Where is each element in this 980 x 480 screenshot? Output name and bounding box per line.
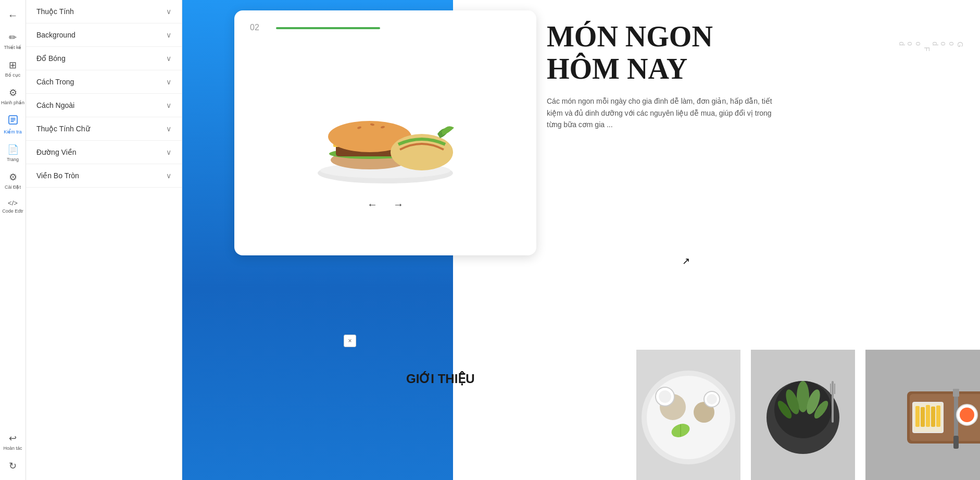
bottom-photo-2 bbox=[751, 350, 865, 480]
toolbar-bottom: ↩ Hoàn tác ↻ bbox=[2, 429, 24, 475]
preview-card[interactable]: 02 bbox=[234, 10, 536, 255]
code-edtr-label: Code Edtr bbox=[2, 208, 23, 214]
svg-rect-42 bbox=[926, 405, 930, 427]
sidebar-item-cach-trong[interactable]: Cách Trong ∨ bbox=[26, 70, 182, 94]
bottom-photo-1 bbox=[636, 350, 751, 480]
svg-point-14 bbox=[647, 376, 730, 459]
preview-title-line2: HÔM NAY bbox=[547, 53, 776, 85]
svg-rect-40 bbox=[915, 406, 920, 427]
preview-title: MÓN NGON HÔM NAY bbox=[547, 21, 776, 85]
slide-line bbox=[276, 27, 380, 29]
bo-cuc-icon: ⊞ bbox=[9, 59, 17, 71]
cach-trong-label: Cách Trong bbox=[36, 78, 74, 86]
preview-right-content: MÓN NGON HÔM NAY Các món ngon mỗi ngày c… bbox=[547, 21, 776, 130]
hanh-phan-icon: ⚙ bbox=[9, 87, 17, 99]
sidebar-item-background[interactable]: Background ∨ bbox=[26, 23, 182, 47]
preview-area: 02 bbox=[182, 0, 980, 480]
toolbar-item-refresh[interactable]: ↻ bbox=[2, 457, 24, 475]
duong-vien-label: Đường Viền bbox=[36, 148, 77, 156]
sidebar-item-vien-bo-tron[interactable]: Viền Bo Tròn ∨ bbox=[26, 164, 182, 188]
svg-rect-47 bbox=[953, 436, 959, 449]
back-button[interactable]: ← bbox=[4, 5, 22, 26]
food-image bbox=[312, 77, 458, 186]
nav-arrows: ← → bbox=[367, 199, 404, 211]
do-bong-label: Đổ Bóng bbox=[36, 54, 66, 63]
svg-point-49 bbox=[960, 408, 974, 422]
refresh-icon: ↻ bbox=[9, 460, 17, 472]
cai-dat-icon: ⚙ bbox=[9, 171, 17, 183]
svg-rect-43 bbox=[931, 407, 935, 427]
cursor-indicator: ↗ bbox=[682, 255, 690, 267]
slide-number: 02 bbox=[250, 23, 259, 32]
toolbar-item-thiet-ke[interactable]: ✏ Thiết kế bbox=[2, 29, 24, 53]
nav-prev-arrow[interactable]: ← bbox=[367, 199, 378, 211]
x-close-button[interactable]: × bbox=[344, 335, 356, 347]
toolbar-item-trang[interactable]: 📄 Trang bbox=[2, 141, 24, 165]
sidebar-panel: Thuộc Tính ∨ Background ∨ Đổ Bóng ∨ Cách… bbox=[26, 0, 182, 480]
sidebar-item-duong-vien[interactable]: Đường Viền ∨ bbox=[26, 141, 182, 164]
svg-point-22 bbox=[707, 394, 717, 404]
nav-next-arrow[interactable]: → bbox=[393, 199, 404, 211]
thiet-ke-icon: ✏ bbox=[9, 32, 17, 43]
svg-rect-41 bbox=[921, 407, 925, 427]
vien-bo-tron-chevron: ∨ bbox=[166, 171, 171, 180]
vertical-decorative-text: G o o d F o o d bbox=[898, 42, 964, 53]
sidebar-item-thuoc-tinh[interactable]: Thuộc Tính ∨ bbox=[26, 0, 182, 23]
toolbar-item-cai-dat[interactable]: ⚙ Cài Đặt bbox=[2, 168, 24, 193]
preview-title-line1: MÓN NGON bbox=[547, 21, 776, 53]
svg-point-20 bbox=[659, 390, 671, 403]
svg-rect-46 bbox=[953, 389, 959, 397]
svg-rect-44 bbox=[936, 405, 940, 427]
background-chevron: ∨ bbox=[166, 31, 171, 39]
bottom-photo-3 bbox=[865, 350, 980, 480]
sidebar-item-do-bong[interactable]: Đổ Bóng ∨ bbox=[26, 47, 182, 70]
background-label: Background bbox=[36, 31, 76, 39]
hoan-tac-icon: ↩ bbox=[9, 433, 17, 444]
hanh-phan-label: Hành phần bbox=[1, 100, 24, 105]
kiem-tra-icon bbox=[8, 115, 18, 128]
trang-label: Trang bbox=[7, 157, 19, 162]
cach-ngoai-chevron: ∨ bbox=[166, 101, 171, 109]
cach-ngoai-label: Cách Ngoài bbox=[36, 101, 74, 109]
thuoc-tinh-chu-chevron: ∨ bbox=[166, 125, 171, 133]
duong-vien-chevron: ∨ bbox=[166, 148, 171, 156]
cai-dat-label: Cài Đặt bbox=[5, 184, 21, 190]
thiet-ke-label: Thiết kế bbox=[4, 45, 21, 50]
preview-description: Các món ngon mỗi ngày cho gia đình dễ là… bbox=[547, 95, 776, 130]
toolbar-item-hanh-phan[interactable]: ⚙ Hành phần bbox=[2, 84, 24, 108]
bottom-photos bbox=[636, 350, 980, 480]
thuoc-tinh-label: Thuộc Tính bbox=[36, 7, 74, 16]
toolbar-item-hoan-tac[interactable]: ↩ Hoàn tác bbox=[2, 429, 24, 454]
toolbar-item-bo-cuc[interactable]: ⊞ Bố cục bbox=[2, 56, 24, 81]
thuoc-tinh-chevron: ∨ bbox=[166, 7, 171, 16]
cach-trong-chevron: ∨ bbox=[166, 78, 171, 86]
toolbar-item-kiem-tra[interactable]: Kiểm tra bbox=[2, 112, 24, 138]
thuoc-tinh-chu-label: Thuộc Tính Chữ bbox=[36, 125, 90, 133]
kiem-tra-label: Kiểm tra bbox=[4, 129, 22, 134]
gioi-thieu-heading: GIỚI THIỆU bbox=[406, 372, 475, 386]
vien-bo-tron-label: Viền Bo Tròn bbox=[36, 171, 79, 180]
left-toolbar: ← ✏ Thiết kế ⊞ Bố cục ⚙ Hành phần Kiểm t… bbox=[0, 0, 26, 480]
bo-cuc-label: Bố cục bbox=[5, 72, 21, 78]
hoan-tac-label: Hoàn tác bbox=[3, 446, 22, 451]
toolbar-item-code-edtr[interactable]: </> Code Edtr bbox=[2, 196, 24, 217]
trang-icon: 📄 bbox=[7, 144, 19, 155]
code-edtr-icon: </> bbox=[8, 199, 18, 207]
sidebar-item-thuoc-tinh-chu[interactable]: Thuộc Tính Chữ ∨ bbox=[26, 117, 182, 141]
main-content: 02 bbox=[182, 0, 980, 480]
sidebar-item-cach-ngoai[interactable]: Cách Ngoài ∨ bbox=[26, 94, 182, 117]
do-bong-chevron: ∨ bbox=[166, 54, 171, 63]
